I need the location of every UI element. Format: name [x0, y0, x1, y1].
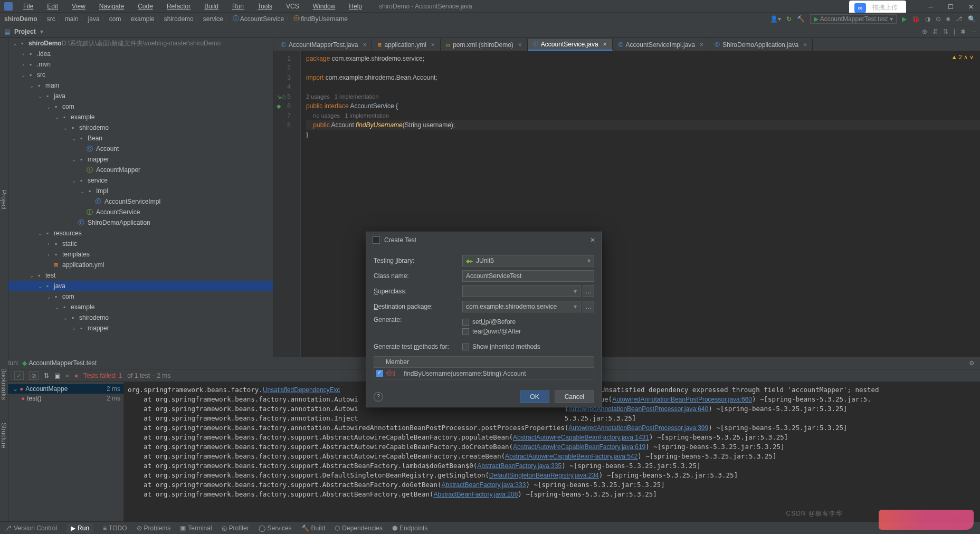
crumb-com[interactable]: com: [109, 15, 121, 23]
testlib-combo[interactable]: ◆▸JUnit5: [462, 255, 594, 266]
tree-item-application.yml[interactable]: ≣application.yml: [8, 260, 273, 270]
expand-all-icon[interactable]: ⇵: [933, 28, 938, 35]
classname-input[interactable]: AccountServiceTest: [462, 270, 594, 282]
tab-close-icon[interactable]: ×: [700, 41, 703, 49]
toggle-pass-icon[interactable]: ✓: [14, 371, 24, 380]
tree-item-accountservice[interactable]: ⒾAccountService: [8, 207, 273, 217]
tree-item-service[interactable]: ⌄▪service: [8, 175, 273, 186]
tree-item-main[interactable]: ⌄▪main: [8, 80, 273, 91]
run-icon[interactable]: ▶: [902, 15, 907, 23]
maximize-icon[interactable]: ☐: [945, 2, 957, 12]
menu-tools[interactable]: Tools: [251, 2, 279, 11]
user-icon[interactable]: 👤▾: [770, 15, 781, 23]
dialog-close-icon[interactable]: ✕: [590, 236, 595, 244]
menu-file[interactable]: File: [17, 2, 40, 11]
profile-icon[interactable]: ⊙: [936, 15, 941, 23]
tree-item-java[interactable]: ⌄▪java: [8, 281, 273, 291]
crumb-main[interactable]: main: [65, 15, 79, 23]
problems-tab[interactable]: ⊘ Problems: [137, 525, 171, 532]
sort-icon[interactable]: ⇅: [44, 372, 49, 379]
project-title[interactable]: Project: [14, 28, 36, 35]
tree-item-.mvn[interactable]: ›▪.mvn: [8, 59, 273, 70]
tab-close-icon[interactable]: ×: [363, 41, 366, 49]
tree-item-com[interactable]: ⌄▪com: [8, 101, 273, 112]
crumb-example[interactable]: example: [130, 15, 154, 23]
tab-close-icon[interactable]: ×: [518, 41, 522, 49]
crumb-src[interactable]: src: [47, 15, 55, 23]
tab-close-icon[interactable]: ×: [803, 41, 807, 49]
tree-item-accountmapper[interactable]: ⒾAccountMapper: [8, 165, 273, 175]
todo-tab[interactable]: ≡ TODO: [103, 525, 127, 532]
member-checkbox[interactable]: ✓: [376, 370, 383, 377]
terminal-tab[interactable]: ▣ Terminal: [180, 525, 212, 532]
tree-item-src[interactable]: ⌄▪src: [8, 70, 273, 80]
tab-accountserviceimpl[interactable]: ⒸAccountServiceImpl.java×: [613, 39, 709, 51]
member-row[interactable]: ✓ ⓜ§ findByUsername(username:String):Acc…: [374, 368, 594, 379]
test-tree[interactable]: ⌄●AccountMappe2 ms●test()2 ms: [8, 382, 123, 528]
deps-tab[interactable]: ⬡ Dependencies: [335, 525, 383, 532]
tree-item-static[interactable]: ›▪static: [8, 239, 273, 249]
git-icon[interactable]: ⎇: [955, 15, 963, 23]
close-icon[interactable]: ✕: [965, 2, 977, 12]
project-tab[interactable]: Project: [0, 43, 7, 357]
expand-icon[interactable]: ▣: [54, 372, 60, 379]
crumb-project[interactable]: shiroDemo: [4, 15, 37, 23]
inherited-checkbox[interactable]: Show inherited methods: [462, 343, 540, 350]
tree-item-shirodemo[interactable]: ⌄▪shiroDemo D:\系统默认\桌面\新建文件夹\vueblog-mas…: [8, 38, 273, 49]
tab-accountmappertest[interactable]: ⒸAccountMapperTest.java×: [275, 39, 372, 51]
tab-application[interactable]: ≣application.yml×: [372, 39, 440, 51]
settings-icon[interactable]: ✱: [960, 28, 966, 35]
run-config-selector[interactable]: ▶ AccountMapperTest.test ▾: [810, 14, 897, 24]
vcs-tab[interactable]: ⎇ Version Control: [4, 525, 57, 532]
menu-run[interactable]: Run: [226, 2, 250, 11]
run-settings-icon[interactable]: ⚙: [969, 359, 975, 367]
superclass-input[interactable]: [462, 285, 581, 297]
tree-item-shirodemoapplication[interactable]: ⒸShiroDemoApplication: [8, 217, 273, 228]
tree-item-test[interactable]: ⌄▪test: [8, 270, 273, 281]
build-icon[interactable]: 🔨: [797, 15, 805, 23]
build-tab[interactable]: 🔨 Build: [301, 525, 326, 532]
tab-accountservice[interactable]: ⒾAccountService.java×: [528, 39, 613, 51]
tree-item-account[interactable]: ⒸAccount: [8, 144, 273, 154]
menu-edit[interactable]: Edit: [41, 2, 64, 11]
tree-item-example[interactable]: ⌄▪example: [8, 112, 273, 122]
tree-item-templates[interactable]: ›▪templates: [8, 249, 273, 260]
tree-item-.idea[interactable]: ›▪.idea: [8, 49, 273, 59]
teardown-checkbox[interactable]: tearDown/@After: [462, 328, 521, 335]
profiler-tab[interactable]: ◵ Profiler: [222, 525, 249, 532]
tree-item-com[interactable]: ⌄▪com: [8, 291, 273, 302]
minimize-icon[interactable]: ─: [925, 2, 936, 12]
setup-checkbox[interactable]: setUp/@Before: [462, 318, 521, 326]
search-icon[interactable]: 🔍: [968, 15, 976, 23]
inspections-widget[interactable]: ▲ 2 ∧ ∨: [952, 54, 974, 61]
destpkg-browse[interactable]: …: [583, 301, 594, 312]
cancel-button[interactable]: Cancel: [555, 390, 594, 403]
debug-icon[interactable]: 🐞: [912, 15, 920, 23]
tree-item-shirodemo[interactable]: ⌄▪shirodemo: [8, 312, 273, 323]
menu-refactor[interactable]: Refactor: [160, 2, 197, 11]
tree-item-example[interactable]: ⌄▪example: [8, 302, 273, 312]
test-node[interactable]: ⌄●AccountMappe2 ms: [8, 384, 123, 394]
run-tab[interactable]: ▶ Run: [66, 523, 93, 533]
menu-help[interactable]: Help: [342, 2, 368, 11]
tree-item-impl[interactable]: ⌄▪Impl: [8, 186, 273, 196]
services-tab[interactable]: ◯ Services: [259, 525, 292, 532]
tab-pom[interactable]: mpom.xml (shiroDemo)×: [441, 39, 528, 51]
collapse-all-icon[interactable]: ⇅: [943, 28, 948, 35]
tree-item-shirodemo[interactable]: ⌄▪shirodemo: [8, 122, 273, 133]
toggle-ignore-icon[interactable]: ⊘: [29, 371, 39, 380]
dialog-titlebar[interactable]: Create Test ✕: [366, 232, 602, 248]
structure-tab[interactable]: Structure: [0, 407, 7, 464]
coverage-icon[interactable]: ◑: [925, 15, 930, 23]
select-opened-icon[interactable]: ⊕: [922, 28, 927, 35]
test-node[interactable]: ●test()2 ms: [8, 394, 123, 403]
tree-item-bean[interactable]: ⌄▪Bean: [8, 133, 273, 144]
crumb-class[interactable]: AccountService: [240, 15, 284, 23]
bookmarks-tab[interactable]: Bookmarks: [0, 363, 7, 405]
menu-code[interactable]: Code: [131, 2, 159, 11]
tab-close-icon[interactable]: ×: [603, 41, 607, 48]
crumb-method[interactable]: findByUsername: [301, 15, 348, 23]
tree-item-resources[interactable]: ⌄▪resources: [8, 228, 273, 239]
tab-close-icon[interactable]: ×: [431, 41, 435, 49]
ok-button[interactable]: OK: [520, 390, 549, 403]
